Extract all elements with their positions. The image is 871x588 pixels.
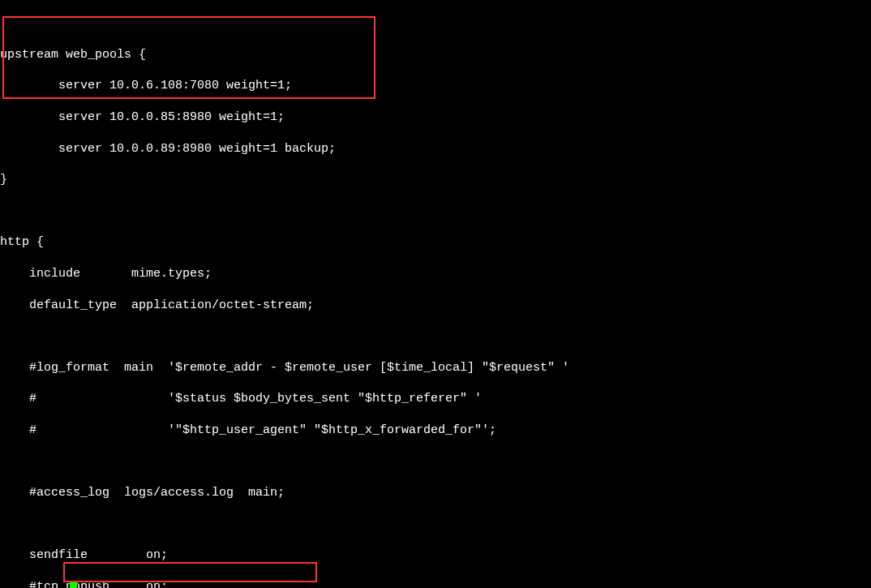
config-line: sendfile on; [0,547,871,563]
config-line: include mime.types; [0,266,871,281]
config-line: # '"$http_user_agent" "$http_x_forwarded… [0,423,871,438]
config-line: upstream web_pools { [0,47,871,62]
config-line: http { [0,234,871,250]
config-line [0,328,871,344]
config-line: # '$status $body_bytes_sent "$http_refer… [0,391,871,406]
config-line: server 10.0.0.89:8980 weight=1 backup; [0,141,871,157]
config-line [0,454,871,470]
config-line: #access_log logs/access.log main; [0,485,871,500]
config-line: default_type application/octet-stream; [0,298,871,313]
config-line: server 10.0.6.108:7080 weight=1; [0,78,871,93]
config-line: #tcp_nopush on; [0,579,871,588]
terminal-cursor [70,582,77,588]
config-line: server 10.0.0.85:8980 weight=1; [0,109,871,125]
terminal-editor[interactable]: upstream web_pools { server 10.0.6.108:7… [0,0,871,588]
config-line [0,517,871,532]
config-line: #log_format main '$remote_addr - $remote… [0,360,871,376]
config-line [0,15,871,31]
config-line [0,204,871,219]
config-line: } [0,172,871,187]
